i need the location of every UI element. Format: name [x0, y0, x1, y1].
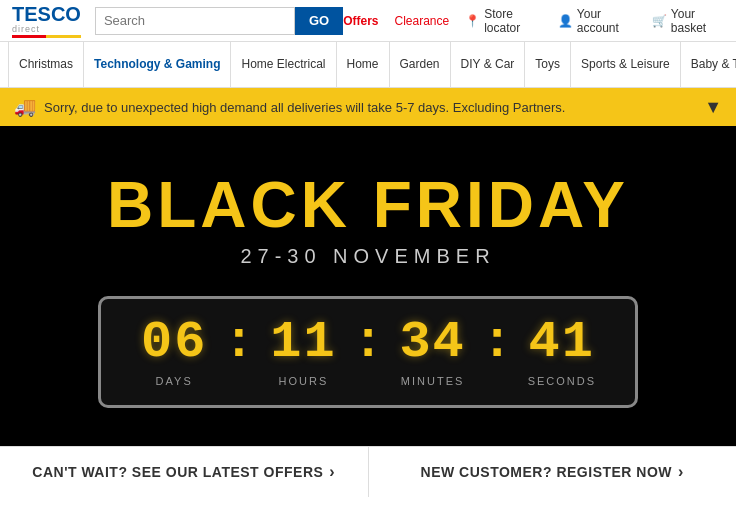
nav-baby-toddler[interactable]: Baby & Toddler: [681, 42, 736, 88]
black-friday-dates: 27-30 NOVEMBER: [240, 245, 495, 268]
black-friday-title: BLACK FRIDAY: [107, 173, 629, 237]
search-input[interactable]: [95, 7, 295, 35]
countdown-seconds-value: 41: [529, 317, 595, 369]
countdown-days-value: 06: [141, 317, 207, 369]
nav-diy-car[interactable]: DIY & Car: [451, 42, 526, 88]
main-nav: Christmas Technology & Gaming Home Elect…: [0, 42, 736, 88]
notice-text: Sorry, due to unexpected high demand all…: [44, 100, 566, 115]
offers-arrow-icon: ›: [329, 463, 335, 481]
logo-underline: [12, 35, 81, 38]
logo-tesco-text: TESCO: [12, 4, 81, 24]
colon-2: :: [348, 317, 387, 369]
countdown-minutes-value: 34: [399, 317, 465, 369]
countdown-hours-value: 11: [270, 317, 336, 369]
nav-home[interactable]: Home: [337, 42, 390, 88]
search-bar: GO: [95, 7, 343, 35]
register-arrow-icon: ›: [678, 463, 684, 481]
register-label: NEW CUSTOMER? REGISTER NOW: [421, 464, 673, 480]
header-links: Offers Clearance 📍 Store locator 👤 Your …: [343, 7, 724, 35]
account-link[interactable]: 👤 Your account: [558, 7, 636, 35]
colon-3: :: [478, 317, 517, 369]
nav-technology-gaming[interactable]: Technology & Gaming: [84, 42, 231, 88]
basket-link[interactable]: 🛒 Your basket: [652, 7, 724, 35]
hero-section: BLACK FRIDAY 27-30 NOVEMBER 06 DAYS : 11…: [0, 126, 736, 446]
countdown-days: 06 DAYS: [129, 317, 219, 387]
nav-christmas[interactable]: Christmas: [8, 42, 84, 88]
countdown-seconds-label: SECONDS: [528, 375, 596, 387]
nav-home-electrical[interactable]: Home Electrical: [231, 42, 336, 88]
countdown-seconds: 41 SECONDS: [517, 317, 607, 387]
colon-1: :: [219, 317, 258, 369]
latest-offers-label: CAN'T WAIT? SEE OUR LATEST OFFERS: [32, 464, 323, 480]
offers-link[interactable]: Offers: [343, 14, 378, 28]
countdown-minutes-label: MINUTES: [401, 375, 465, 387]
location-icon: 📍: [465, 14, 480, 28]
cta-row: CAN'T WAIT? SEE OUR LATEST OFFERS › NEW …: [0, 446, 736, 497]
notice-banner: 🚚 Sorry, due to unexpected high demand a…: [0, 88, 736, 126]
notice-chevron-icon[interactable]: ▼: [704, 97, 722, 118]
countdown-timer: 06 DAYS : 11 HOURS : 34 MINUTES : 41 SEC…: [98, 296, 638, 408]
site-header: TESCO direct GO Offers Clearance 📍 Store…: [0, 0, 736, 42]
tesco-logo[interactable]: TESCO direct: [12, 4, 81, 38]
truck-icon: 🚚: [14, 96, 36, 118]
countdown-hours-label: HOURS: [279, 375, 329, 387]
register-now-button[interactable]: NEW CUSTOMER? REGISTER NOW ›: [369, 447, 737, 497]
countdown-hours: 11 HOURS: [258, 317, 348, 387]
clearance-link[interactable]: Clearance: [394, 14, 449, 28]
countdown-days-label: DAYS: [156, 375, 193, 387]
basket-icon: 🛒: [652, 14, 667, 28]
countdown-minutes: 34 MINUTES: [388, 317, 478, 387]
store-locator-link[interactable]: 📍 Store locator: [465, 7, 542, 35]
nav-sports-leisure[interactable]: Sports & Leisure: [571, 42, 681, 88]
person-icon: 👤: [558, 14, 573, 28]
latest-offers-button[interactable]: CAN'T WAIT? SEE OUR LATEST OFFERS ›: [0, 447, 369, 497]
nav-toys[interactable]: Toys: [525, 42, 571, 88]
logo-direct-text: direct: [12, 24, 40, 34]
nav-garden[interactable]: Garden: [390, 42, 451, 88]
search-button[interactable]: GO: [295, 7, 343, 35]
